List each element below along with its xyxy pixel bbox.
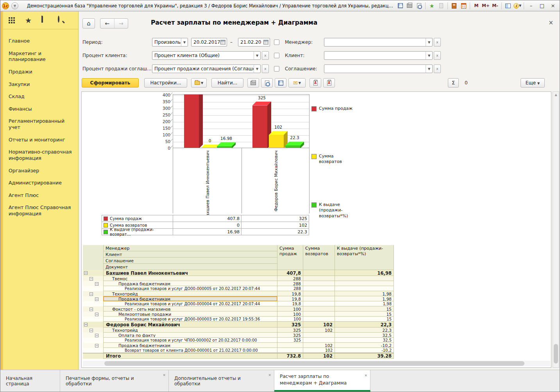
print-button[interactable] [247, 78, 259, 88]
vertical-scrollbar[interactable]: ▲ [553, 91, 559, 368]
date-from-field[interactable]: 20.02.2017 [191, 38, 227, 47]
collapse-icon[interactable]: − [95, 344, 98, 347]
table-row[interactable]: −Федоров Борис Михайлович32510222,3 [83, 322, 475, 328]
collapse-icon[interactable]: − [95, 282, 98, 286]
chevron-down-icon[interactable]: ▼ [254, 65, 260, 73]
calculator-icon[interactable] [450, 2, 458, 10]
report-variants-button[interactable]: ▼ [191, 78, 207, 88]
table-row[interactable]: Возврат товаров от клиента ДО00-000001 о… [83, 348, 475, 353]
table-row[interactable]: Реализация товаров и услуг ДО00-000005 о… [83, 286, 475, 291]
vscroll-thumb[interactable] [554, 344, 558, 363]
clear-filter-button[interactable]: x [434, 38, 441, 47]
copy-values-button[interactable]: A [323, 78, 335, 88]
sidebar-item-4[interactable]: Склад [3, 90, 78, 103]
table-row[interactable]: Итого732.810239.28 [83, 353, 475, 359]
find-button[interactable]: Найти... [211, 78, 243, 88]
minimize-button[interactable]: – [526, 2, 536, 10]
filter-select-left-1[interactable]: Процент клиента (Общие)▼ [152, 51, 261, 60]
table-row[interactable]: −Твемос288 [83, 276, 475, 281]
sidebar-item-2[interactable]: Продажи [3, 66, 78, 78]
sidebar-item-3[interactable]: Закупки [3, 78, 78, 91]
filter-checkbox-2[interactable] [274, 66, 279, 72]
save-report-button[interactable] [275, 78, 286, 88]
collapse-icon[interactable]: − [89, 329, 93, 332]
table-row[interactable]: −Оплата по факту32532,5 [83, 333, 475, 338]
search-icon[interactable] [58, 16, 66, 24]
forward-button[interactable]: → [114, 19, 128, 28]
chevron-down-icon[interactable]: ▼ [426, 65, 432, 73]
tab-close-icon[interactable]: ✕ [364, 373, 367, 378]
report-canvas[interactable]: 016.9832510222.3 05010015020025030035040… [81, 91, 551, 368]
tab-0[interactable]: Начальная страница [0, 370, 60, 392]
table-row[interactable]: −Мелкооптовые продажи10015 [83, 311, 475, 317]
table-row[interactable]: Реализация товаров и услуг ДО00-000004 о… [83, 301, 475, 306]
autosum-button[interactable]: Σ [448, 78, 459, 88]
chevron-down-icon[interactable]: ▼ [426, 38, 432, 46]
calendar-picker-icon[interactable] [263, 40, 268, 45]
clear-filter-button[interactable]: x [434, 64, 441, 73]
sidebar-item-11[interactable]: Агент Плюс [3, 189, 78, 202]
tab-1[interactable]: Печатные формы, отчеты и обработки✕ [60, 370, 169, 392]
clear-filter-button[interactable]: x [262, 64, 269, 73]
table-row[interactable]: −Продажа бюджетникам102-10,2 [83, 343, 475, 348]
filter-select-right-1[interactable]: ▼ [324, 51, 433, 60]
collapse-icon[interactable]: − [89, 277, 93, 281]
horizontal-scrollbar[interactable] [83, 361, 550, 366]
filter-checkbox-0[interactable] [274, 39, 279, 45]
sidebar-item-10[interactable]: Администрирование [3, 177, 78, 189]
chevron-down-icon[interactable]: ▼ [181, 38, 188, 46]
table-row[interactable]: −Технотрейд19,81,98 [83, 291, 475, 296]
filter-select-right-0[interactable]: ▼ [324, 38, 433, 47]
print-preview-icon[interactable] [415, 2, 423, 10]
generate-button[interactable]: Сформировать [82, 78, 139, 88]
sidebar-item-7[interactable]: Отчеты и мониторинг [3, 134, 78, 146]
form-close-icon[interactable]: × [548, 19, 553, 26]
collapse-icon[interactable]: − [95, 313, 98, 316]
tab-close-icon[interactable]: ✕ [163, 373, 166, 377]
table-row[interactable]: −Продажа бюджетникам19,81,98 [83, 296, 475, 301]
sidebar-item-5[interactable]: Финансы [3, 103, 78, 115]
tab-2[interactable]: Дополнительные отчеты и обработки✕ [169, 370, 274, 392]
table-row[interactable]: Реализация товаров и услуг ДО00-000003 о… [83, 317, 475, 322]
hscroll-thumb[interactable] [104, 361, 524, 366]
close-button[interactable]: × [548, 2, 558, 10]
table-row[interactable]: −Технотрейд32510222,3 [83, 328, 475, 333]
chevron-down-icon[interactable]: ▼ [426, 52, 432, 59]
collapse-icon[interactable]: − [84, 323, 88, 326]
preview-button[interactable] [261, 78, 273, 88]
clear-filter-button[interactable]: x [434, 51, 441, 60]
info-icon[interactable]: i▼ [513, 2, 522, 10]
collapse-icon[interactable]: − [89, 292, 93, 296]
collapse-icon[interactable]: − [84, 271, 88, 275]
filter-select-left-2[interactable]: Процент продажи соглашения (Соглашени▼ [152, 64, 261, 73]
settings-button[interactable]: Настройки... [144, 78, 187, 88]
tab-close-icon[interactable]: ✕ [268, 373, 271, 377]
memory-mplus-button[interactable]: M+ [481, 2, 490, 10]
history-icon[interactable] [41, 16, 49, 24]
split-window-icon[interactable] [504, 2, 512, 10]
sidebar-item-12[interactable]: Агент Плюс Справочная информация [3, 201, 78, 220]
date-to-field[interactable]: 21.02.20 [238, 38, 270, 47]
calendar-icon[interactable]: 31 [459, 2, 468, 10]
table-row[interactable]: Реализация товаров и услуг ЧП00-000002 о… [83, 338, 475, 343]
sidebar-item-6[interactable]: Регламентированный учет [3, 115, 78, 133]
scroll-up-icon[interactable]: ▲ [553, 93, 559, 97]
save-icon[interactable] [396, 2, 404, 10]
sidebar-item-0[interactable]: Главное [3, 35, 78, 47]
sidebar-item-8[interactable]: Нормативно-справочная информация [3, 146, 78, 164]
favorites-star-icon[interactable]: ★ [25, 16, 33, 24]
chevron-down-icon[interactable]: ▼ [254, 52, 260, 59]
sections-menu-icon[interactable] [9, 16, 16, 24]
clear-filter-button[interactable]: x [262, 51, 269, 60]
sidebar-item-9[interactable]: Органайзер [3, 165, 78, 177]
table-row[interactable]: −Фокстрот - сеть магазинов10015 [83, 306, 475, 311]
main-menu-icon[interactable]: ▼ [11, 2, 18, 9]
memory-m-button[interactable]: M [472, 2, 481, 10]
filter-checkbox-1[interactable] [274, 53, 279, 58]
calendar-picker-icon[interactable] [220, 40, 225, 45]
maximize-button[interactable]: □ [537, 2, 547, 10]
period-kind-select[interactable]: Произволь▼ [152, 38, 188, 47]
collapse-icon[interactable]: − [95, 334, 98, 337]
back-button[interactable]: ← [100, 19, 114, 28]
filter-select-right-2[interactable]: ▼ [324, 64, 433, 73]
